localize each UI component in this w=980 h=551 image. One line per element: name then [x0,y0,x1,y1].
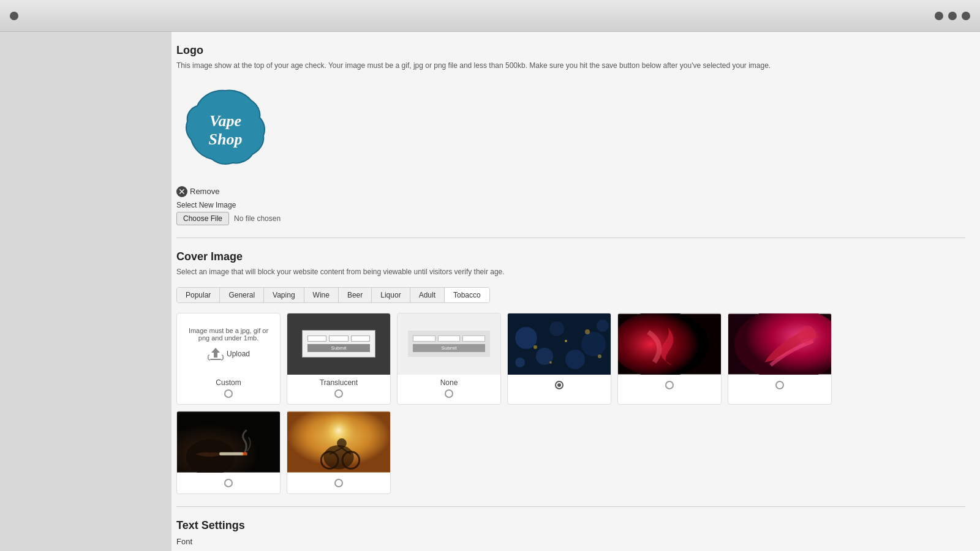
svg-point-14 [549,361,552,364]
wine-radio[interactable] [775,381,784,389]
cover-image-grid: Image must be a jpg, gif or png and unde… [176,313,965,405]
none-form-row [413,335,485,342]
titlebar [0,0,980,32]
none-submit: Submit [413,344,485,352]
select-new-image-label: Select New Image [176,201,965,209]
custom-card-inner: Image must be a jpg, gif or png and unde… [177,313,280,375]
divider-1 [176,238,965,238]
svg-point-34 [337,438,347,448]
cover-card-translucent[interactable]: Submit Translucent [287,313,391,405]
custom-radio[interactable] [224,389,233,398]
svg-text:Vape: Vape [209,112,241,130]
divider-2 [176,506,965,507]
mock-field-3 [351,335,370,342]
titlebar-close-dot[interactable] [10,12,18,20]
dark-bokeh-radio[interactable] [555,381,564,389]
svg-point-8 [565,350,585,369]
none-form-mock: Submit [408,331,490,357]
form-mock-row-1 [307,335,370,342]
titlebar-fullscreen-dot[interactable] [962,12,970,20]
red-abstract-inner [618,313,721,375]
svg-point-6 [581,332,606,356]
file-input-row: Choose File No file chosen [176,212,965,225]
translucent-card-inner: Submit [287,313,390,375]
titlebar-minimize-dot[interactable] [935,12,943,20]
svg-point-29 [323,445,353,470]
svg-point-11 [533,345,537,349]
red-abstract-radio[interactable] [665,381,674,389]
dark-bokeh-image [508,313,611,375]
cover-card-none[interactable]: Submit None [397,313,501,405]
svg-point-4 [515,327,537,349]
cover-image-section: Cover Image Select an image that will bl… [176,250,965,494]
dark-bokeh-inner [508,313,611,375]
main-content: Logo This image show at the top of your … [0,32,980,551]
none-field-2 [438,335,461,342]
svg-point-12 [565,340,567,342]
translucent-radio[interactable] [334,389,343,398]
cover-card-wine[interactable] [728,313,832,405]
tab-general[interactable]: General [220,288,264,302]
smoking-svg [177,411,280,473]
smoking-inner [177,411,280,473]
smoking-radio[interactable] [224,479,233,487]
remove-icon: ✕ [176,186,187,197]
svg-point-10 [515,358,525,367]
outdoor-inner [287,411,390,473]
wine-svg [728,313,831,375]
translucent-label: Translucent [320,378,358,387]
none-label: None [440,378,458,387]
text-settings-title: Text Settings [176,519,965,532]
none-radio[interactable] [445,389,453,398]
upload-area[interactable]: Upload [207,347,250,361]
svg-point-13 [585,329,590,334]
svg-text:Shop: Shop [209,130,243,148]
tab-tobacco[interactable]: Tobacco [445,288,489,302]
titlebar-left [10,12,18,20]
none-field-3 [462,335,485,342]
tab-liquor[interactable]: Liquor [372,288,410,302]
logo-title: Logo [176,44,965,57]
mock-submit-btn: Submit [307,344,370,352]
upload-icon [207,347,224,361]
cover-tabs: Popular General Vaping Wine Beer Liquor … [176,287,490,303]
tab-vaping[interactable]: Vaping [264,288,304,302]
mock-field-2 [329,335,348,342]
none-mock: Submit [398,313,500,375]
form-mock: Submit [302,330,375,358]
logo-section: Logo This image show at the top of your … [176,44,965,225]
tab-popular[interactable]: Popular [177,288,220,302]
custom-card-text: Image must be a jpg, gif or png and unde… [184,327,273,342]
remove-label: Remove [190,187,219,196]
svg-rect-24 [219,452,244,455]
cover-description: Select an image that will block your web… [176,267,965,277]
custom-label: Custom [216,378,241,387]
svg-point-20 [798,326,816,344]
logo-description: This image show at the top of your age c… [176,61,965,71]
upload-label: Upload [227,350,250,358]
none-card-inner: Submit [398,313,500,375]
cover-title: Cover Image [176,250,965,263]
mock-field-1 [307,335,326,342]
cover-card-smoking[interactable] [176,411,281,494]
wine-inner [728,313,831,375]
cover-card-red-abstract[interactable] [617,313,722,405]
cover-card-outdoor[interactable] [287,411,391,494]
logo-preview: Vape Shop [176,81,274,179]
remove-logo-link[interactable]: ✕ Remove [176,186,965,197]
cover-card-custom[interactable]: Image must be a jpg, gif or png and unde… [176,313,281,405]
choose-file-button[interactable]: Choose File [176,212,229,225]
tab-wine[interactable]: Wine [304,288,339,302]
page-body: Logo This image show at the top of your … [172,32,980,551]
tab-adult[interactable]: Adult [410,288,445,302]
bokeh-svg [508,313,611,375]
svg-rect-25 [243,452,247,455]
titlebar-maximize-dot[interactable] [948,12,957,20]
translucent-mock: Submit [287,313,390,375]
font-label: Font [176,537,965,546]
cover-image-grid-row2 [176,411,965,494]
svg-point-9 [597,320,609,332]
tab-beer[interactable]: Beer [339,288,372,302]
cover-card-dark-bokeh[interactable] [507,313,611,405]
outdoor-radio[interactable] [334,479,343,487]
